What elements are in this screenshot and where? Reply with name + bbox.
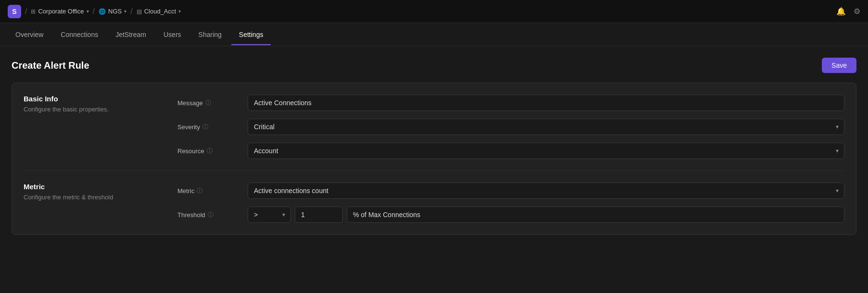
save-button[interactable]: Save: [822, 58, 856, 73]
basic-info-desc: Configure the basic properties.: [24, 106, 166, 113]
message-input[interactable]: [248, 95, 844, 111]
tab-settings[interactable]: Settings: [231, 25, 271, 45]
message-info-icon[interactable]: ⓘ: [205, 99, 211, 107]
resource-select-container: Account Server Stream: [248, 143, 844, 159]
resource-select[interactable]: Account Server Stream: [248, 143, 844, 159]
threshold-group: > >= < <= =: [248, 207, 844, 223]
globe-icon: 🌐: [99, 8, 106, 15]
breadcrumb-corporate-office[interactable]: ⊞ Corporate Office ▾: [31, 8, 88, 15]
threshold-operator-select[interactable]: > >= < <= =: [248, 207, 291, 223]
metric-section-title: Metric: [24, 183, 166, 191]
page-title: Create Alert Rule: [12, 60, 89, 71]
basic-info-description: Basic Info Configure the basic propertie…: [24, 95, 177, 159]
threshold-unit-input: [347, 207, 844, 223]
nav-sep-3: /: [130, 7, 132, 16]
breadcrumb-ngs[interactable]: 🌐 NGS ▾: [99, 8, 126, 15]
nav-sep-1: /: [25, 7, 27, 16]
threshold-operator-container: > >= < <= =: [248, 207, 291, 223]
tab-jetstream[interactable]: JetStream: [108, 25, 154, 45]
resource-field-row: Resource ⓘ Account Server Stream: [177, 143, 844, 159]
metric-section-desc: Configure the metric & threshold: [24, 194, 166, 201]
threshold-info-icon[interactable]: ⓘ: [208, 211, 214, 219]
tab-users[interactable]: Users: [156, 25, 189, 45]
resource-select-wrapper: Account Server Stream: [248, 143, 844, 159]
basic-info-section: Basic Info Configure the basic propertie…: [24, 95, 844, 159]
basic-info-fields: Message ⓘ Severity ⓘ: [177, 95, 844, 159]
severity-select-wrapper: Critical Warning Info: [248, 119, 844, 135]
threshold-value-input[interactable]: [295, 207, 343, 223]
threshold-unit-wrapper: [347, 207, 844, 223]
tab-sharing[interactable]: Sharing: [191, 25, 229, 45]
settings-icon[interactable]: ⚙: [854, 7, 860, 16]
metric-field-row: Metric ⓘ Active connections count Pendin…: [177, 183, 844, 199]
top-nav: S / ⊞ Corporate Office ▾ / 🌐 NGS ▾ / ▤ C…: [0, 0, 868, 23]
tab-bar: Overview Connections JetStream Users Sha…: [0, 23, 868, 46]
nav-sep-2: /: [93, 7, 95, 16]
severity-label: Severity ⓘ: [177, 123, 240, 131]
resource-info-icon[interactable]: ⓘ: [207, 147, 213, 155]
severity-select[interactable]: Critical Warning Info: [248, 119, 844, 135]
severity-select-container: Critical Warning Info: [248, 119, 844, 135]
chevron-down-icon-2: ▾: [124, 9, 126, 14]
chevron-down-icon-3: ▾: [178, 9, 181, 14]
metric-fields: Metric ⓘ Active connections count Pendin…: [177, 183, 844, 223]
metric-description: Metric Configure the metric & threshold: [24, 183, 177, 223]
metric-label: Metric ⓘ: [177, 187, 240, 195]
severity-field-row: Severity ⓘ Critical Warning Info: [177, 119, 844, 135]
top-nav-right: 🔔 ⚙: [836, 7, 860, 16]
tab-connections[interactable]: Connections: [53, 25, 106, 45]
metric-section: Metric Configure the metric & threshold …: [24, 183, 844, 223]
threshold-number-wrapper: [295, 207, 343, 223]
metric-info-icon[interactable]: ⓘ: [197, 187, 202, 195]
form-card: Basic Info Configure the basic propertie…: [12, 83, 856, 235]
page-header: Create Alert Rule Save: [12, 58, 856, 73]
notification-icon[interactable]: 🔔: [836, 7, 846, 16]
section-divider: [24, 171, 844, 171]
message-field-row: Message ⓘ: [177, 95, 844, 111]
grid-icon: ⊞: [31, 8, 36, 15]
metric-select-wrapper: Active connections count Pending message…: [248, 183, 844, 199]
db-icon: ▤: [137, 8, 142, 15]
metric-select-container: Active connections count Pending message…: [248, 183, 844, 199]
message-input-wrapper: [248, 95, 844, 111]
threshold-field-row: Threshold ⓘ > >= < <= =: [177, 207, 844, 223]
page-content: Create Alert Rule Save Basic Info Config…: [0, 46, 868, 246]
message-label: Message ⓘ: [177, 99, 240, 107]
app-logo[interactable]: S: [8, 5, 21, 18]
tab-overview[interactable]: Overview: [8, 25, 51, 45]
basic-info-title: Basic Info: [24, 95, 166, 103]
resource-label: Resource ⓘ: [177, 147, 240, 155]
chevron-down-icon-1: ▾: [87, 9, 89, 14]
metric-select[interactable]: Active connections count Pending message…: [248, 183, 844, 199]
threshold-label: Threshold ⓘ: [177, 211, 240, 219]
breadcrumb-cloud-acct[interactable]: ▤ Cloud_Acct ▾: [137, 8, 181, 15]
severity-info-icon[interactable]: ⓘ: [202, 123, 208, 131]
